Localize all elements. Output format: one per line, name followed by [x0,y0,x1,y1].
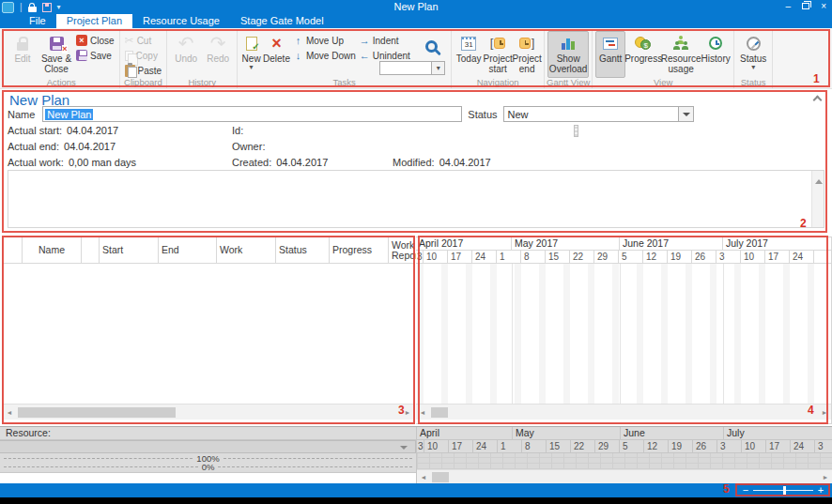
unindent-button[interactable]: ← Unindent [358,49,412,62]
status-combobox[interactable]: New [503,106,694,122]
save-and-close-button[interactable]: × Save & Close [39,31,74,78]
week-cell: 10 [742,440,766,452]
paste-button[interactable]: Paste [123,64,164,77]
show-overload-button[interactable]: Show Overload [547,31,589,78]
task-search-combobox[interactable]: ▾ [379,61,445,75]
group-label-gantt-view: Gantt View [545,77,592,87]
column-header[interactable]: Start [100,237,159,263]
ribbon-tab[interactable]: Project Plan [56,14,132,28]
paste-icon [125,65,135,77]
ribbon-tab[interactable]: Stage Gate Model [230,14,334,28]
scroll-right-icon[interactable]: ► [819,470,832,484]
column-header[interactable] [82,237,100,263]
column-header[interactable]: End [159,237,217,263]
project-start-button[interactable]: [ Project start [483,31,513,78]
column-header[interactable]: Status [276,237,330,263]
group-label-status: Status [734,77,772,87]
task-table-pane: NameStartEndWorkStatusProgressWork Repor… [2,237,415,424]
scroll-left-icon[interactable]: ◄ [417,470,430,484]
group-label-clipboard: Clipboard [120,77,167,87]
resource-section: Resource: 100% 0% AprilMayJuneJuly 31017… [0,426,832,483]
undo-icon: ↶ [178,35,194,52]
ribbon-tab[interactable]: File [19,14,56,28]
ribbon-group-tasks: ✓ New ▾ × Delete ↑ Move Up ↓ Move Down [238,30,452,88]
scroll-right-icon[interactable]: ► [401,405,414,420]
gantt-chart-body[interactable] [416,264,831,404]
scrollbar-thumb[interactable] [18,407,176,418]
save-button[interactable]: Save [74,49,116,62]
today-button[interactable]: 31 Today [455,31,483,78]
new-task-button[interactable]: ✓ New ▾ [240,31,262,78]
ribbon-group-status: Status ▾ Status [734,30,773,88]
resource-usage-grid [417,453,832,469]
resource-month-header: AprilMayJuneJuly [417,427,832,440]
week-cell: 26 [693,440,717,452]
resource-header: Resource: [0,427,416,440]
name-input[interactable]: New Plan [42,106,462,122]
scrollbar-thumb[interactable] [432,472,449,482]
application-window: | ▾ New Plan – × FileProject PlanResourc… [0,0,832,504]
project-end-button[interactable]: ] Project end [513,31,541,78]
zoom-slider-thumb[interactable] [783,486,786,495]
minimize-button[interactable]: – [786,1,792,12]
resource-usage-view-button[interactable]: Resource usage [661,31,701,78]
column-header[interactable]: Work Reported [389,237,417,263]
column-header[interactable]: Name [23,237,82,263]
search-dropdown-icon[interactable]: ▾ [431,62,444,74]
description-textarea[interactable] [8,170,824,228]
lock-icon [28,7,37,12]
week-cell: 1 [498,440,522,452]
quick-access-dropdown-icon[interactable]: ▾ [57,3,61,11]
scroll-left-icon[interactable]: ◄ [416,405,429,420]
edit-button[interactable]: Edit [7,31,39,78]
week-cell: 10 [741,251,765,263]
delete-task-button[interactable]: × Delete [262,31,291,78]
zoom-slider-track[interactable] [753,490,813,491]
indent-button[interactable]: → Indent [358,34,412,47]
status-dropdown-arrow-icon[interactable] [678,107,693,121]
quick-save-icon[interactable] [42,3,52,12]
gantt-view-button[interactable]: Gantt [595,31,625,78]
copy-button[interactable]: Copy [123,49,164,62]
task-table-body[interactable] [3,264,414,404]
resource-footer-strip [0,472,416,483]
zoom-control: − + [738,484,828,496]
description-scrollbar[interactable] [811,171,824,227]
redo-button[interactable]: ↷ Redo [202,31,234,78]
month-cell: May [513,427,621,439]
indent-icon: → [360,35,370,46]
move-up-button[interactable]: ↑ Move Up [291,34,358,47]
gantt-month-header: April 2017May 2017June 2017July 2017 [416,237,831,251]
column-header[interactable]: Progress [330,237,389,263]
week-cell: 22 [570,251,594,263]
scroll-left-icon[interactable]: ◄ [3,405,16,420]
history-view-button[interactable]: History [701,31,731,78]
week-cell: 10 [424,440,449,452]
week-cell: 15 [547,440,571,452]
close-button[interactable]: × Close [74,34,116,47]
week-cell: 10 [424,251,448,263]
column-header[interactable]: Work [217,237,276,263]
scrollbar-thumb[interactable] [431,407,448,418]
zoom-out-button[interactable]: − [738,485,753,496]
calendar-icon: 31 [461,37,476,51]
collapse-form-icon[interactable] [813,96,823,105]
progress-view-button[interactable]: $ Progress [625,31,661,78]
restore-button[interactable] [802,3,809,9]
created-label: Created: [232,157,271,168]
ribbon-tab[interactable]: Resource Usage [132,14,230,28]
status-button[interactable]: Status ▾ [737,31,769,78]
zoom-in-button[interactable]: + [813,485,828,496]
undo-button[interactable]: ↶ Undo [170,31,202,78]
resource-combobox[interactable] [0,440,416,453]
close-window-button[interactable]: × [821,1,826,12]
scroll-right-icon[interactable]: ► [818,405,831,420]
capacity-0-line: 0% [0,463,416,471]
cut-button[interactable]: ✂ Cut [123,34,164,47]
group-label-tasks: Tasks [238,77,451,87]
week-cell: 22 [571,440,595,452]
task-search-input[interactable] [380,62,431,74]
move-down-button[interactable]: ↓ Move Down [291,49,358,62]
group-label-view: View [593,77,733,87]
column-header[interactable] [3,237,23,263]
